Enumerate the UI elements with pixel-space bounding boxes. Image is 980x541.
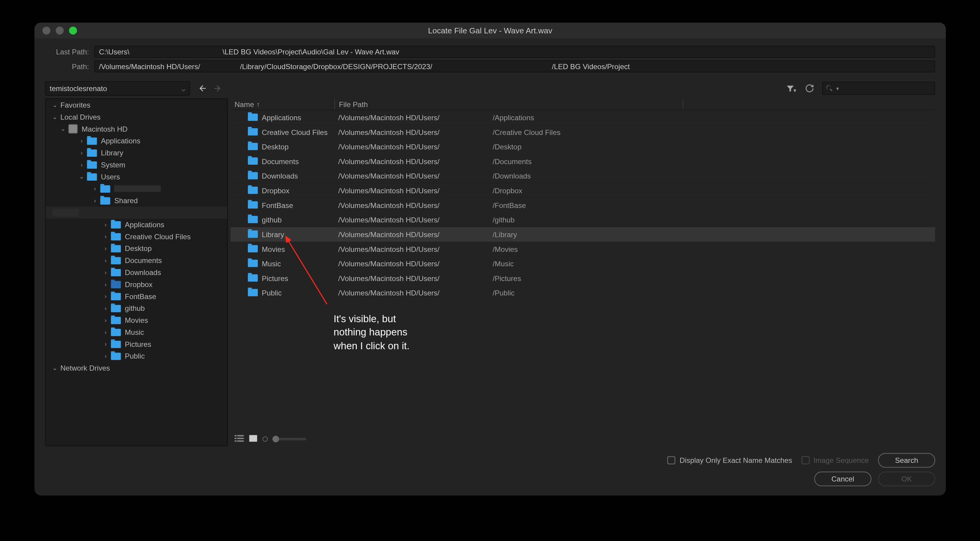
path-b: /Library/CloudStorage/Dropbox/DESIGN/PRO…: [240, 61, 432, 71]
tree-macintosh-hd[interactable]: ⌄Macintosh HD: [46, 123, 227, 135]
window-minimize[interactable]: [56, 27, 64, 35]
list-row-github[interactable]: github/Volumes/Macintosh HD/Users//githu…: [231, 213, 935, 227]
search-input[interactable]: ▾: [822, 82, 935, 95]
list-row-library[interactable]: Library/Volumes/Macintosh HD/Users//Libr…: [231, 227, 935, 242]
window-maximize[interactable]: [69, 27, 77, 35]
list-view-icon[interactable]: [234, 434, 243, 444]
row-path-prefix: /Volumes/Macintosh HD/Users/: [338, 230, 439, 238]
tree-item-dropbox[interactable]: ›Dropbox: [46, 278, 227, 290]
list-row-music[interactable]: Music/Volumes/Macintosh HD/Users//Music: [231, 256, 935, 271]
tree-item-fontbase[interactable]: ›FontBase: [46, 290, 227, 302]
row-name: Desktop: [262, 143, 288, 151]
svg-rect-5: [237, 440, 243, 441]
row-path-suffix: /Library: [492, 230, 517, 238]
folder-icon: [111, 328, 121, 336]
row-path-suffix: /Dropbox: [492, 186, 522, 194]
row-path-prefix: /Volumes/Macintosh HD/Users/: [338, 143, 439, 151]
tree-item-github[interactable]: ›github: [46, 302, 227, 314]
row-path-suffix: /Movies: [492, 245, 518, 253]
folder-icon: [100, 197, 110, 204]
row-name: Documents: [262, 157, 299, 165]
row-path-suffix: /Public: [492, 289, 514, 297]
list-row-pictures[interactable]: Pictures/Volumes/Macintosh HD/Users//Pic…: [231, 271, 935, 286]
folder-icon: [248, 216, 258, 223]
folder-icon: [100, 185, 110, 192]
thumb-view-icon[interactable]: [249, 434, 257, 444]
folder-icon: [248, 260, 258, 267]
row-name: Creative Cloud Files: [262, 128, 328, 136]
tree-item-system[interactable]: ›System: [46, 159, 227, 171]
tree-item-creative-cloud-files[interactable]: ›Creative Cloud Files: [46, 230, 227, 243]
tree-network-drives[interactable]: ⌄Network Drives: [46, 362, 227, 374]
refresh-icon[interactable]: [803, 82, 816, 94]
tree-item-downloads[interactable]: ›Downloads: [46, 266, 227, 278]
list-row-dropbox[interactable]: Dropbox/Volumes/Macintosh HD/Users//Drop…: [231, 183, 935, 198]
annotation-arrow: [280, 231, 334, 311]
last-path-label: Last Path:: [45, 48, 94, 56]
col-path-header[interactable]: File Path: [335, 100, 682, 108]
tree-user-blank[interactable]: ›: [46, 183, 227, 195]
nav-back-button[interactable]: [196, 82, 208, 94]
tree-favorites[interactable]: ⌄Favorites: [46, 99, 227, 111]
tree-item-desktop[interactable]: ›Desktop: [46, 243, 227, 255]
row-path-suffix: /Music: [492, 259, 514, 268]
row-path-suffix: /Pictures: [492, 274, 521, 282]
list-row-desktop[interactable]: Desktop/Volumes/Macintosh HD/Users//Desk…: [231, 140, 935, 154]
col-name-header[interactable]: Name↑: [231, 100, 334, 108]
row-path-suffix: /github: [492, 216, 514, 224]
tree-item-documents[interactable]: ›Documents: [46, 254, 227, 266]
folder-icon: [111, 316, 121, 324]
row-name: Public: [262, 289, 282, 297]
tree-item-applications[interactable]: ›Applications: [46, 219, 227, 230]
search-icon: [826, 84, 834, 92]
tree-shared[interactable]: ›Shared: [46, 195, 227, 207]
folder-icon: [248, 129, 258, 136]
folder-tree[interactable]: ⌄Favorites ⌄Local Drives ⌄Macintosh HD ›…: [45, 98, 228, 446]
tree-item-users[interactable]: ⌄Users: [46, 171, 227, 183]
tree-item-public[interactable]: ›Public: [46, 350, 227, 362]
thumb-size-icon: [262, 436, 268, 442]
path-field[interactable]: /Volumes/Macintosh HD/Users/ /Library/Cl…: [94, 60, 935, 73]
exact-match-checkbox[interactable]: Display Only Exact Name Matches: [667, 456, 792, 464]
tree-item-applications[interactable]: ›Applications: [46, 135, 227, 147]
thumbnail-slider[interactable]: [273, 438, 306, 440]
row-path-suffix: /Documents: [492, 157, 531, 165]
row-path-prefix: /Volumes/Macintosh HD/Users/: [338, 216, 439, 224]
window-title: Locate File Gal Lev - Wave Art.wav: [34, 26, 946, 35]
tree-item-music[interactable]: ›Music: [46, 326, 227, 338]
tree-item-pictures[interactable]: ›Pictures: [46, 338, 227, 350]
row-path-suffix: /Desktop: [492, 143, 521, 151]
tree-local-drives[interactable]: ⌄Local Drives: [46, 111, 227, 123]
folder-icon: [111, 293, 121, 300]
list-row-public[interactable]: Public/Volumes/Macintosh HD/Users//Publi…: [231, 286, 935, 300]
folder-icon: [111, 352, 121, 360]
ok-button: OK: [878, 471, 935, 486]
row-path-prefix: /Volumes/Macintosh HD/Users/: [338, 245, 439, 253]
folder-icon: [248, 230, 258, 238]
location-combo[interactable]: temistoclesrenato ⌵: [45, 81, 190, 96]
tree-redacted: [46, 206, 227, 219]
list-row-fontbase[interactable]: FontBase/Volumes/Macintosh HD/Users//Fon…: [231, 198, 935, 213]
folder-icon: [248, 187, 258, 194]
list-row-downloads[interactable]: Downloads/Volumes/Macintosh HD/Users//Do…: [231, 169, 935, 183]
folder-icon: [248, 289, 258, 296]
path-a: /Volumes/Macintosh HD/Users/: [99, 61, 200, 71]
tree-item-movies[interactable]: ›Movies: [46, 314, 227, 326]
list-row-documents[interactable]: Documents/Volumes/Macintosh HD/Users//Do…: [231, 154, 935, 169]
nav-forward-button[interactable]: [211, 82, 223, 94]
last-path-field[interactable]: C:\Users\ \LED BG Videos\Project\Audio\G…: [94, 46, 935, 58]
annotation-text: It's visible, but nothing happens when I…: [334, 312, 409, 352]
folder-icon: [111, 233, 121, 240]
search-button[interactable]: Search: [878, 453, 935, 468]
row-path-suffix: /Creative Cloud Files: [492, 128, 560, 136]
cancel-button[interactable]: Cancel: [814, 471, 871, 486]
list-row-movies[interactable]: Movies/Volumes/Macintosh HD/Users//Movie…: [231, 242, 935, 256]
tree-item-library[interactable]: ›Library: [46, 147, 227, 159]
folder-icon: [87, 137, 97, 144]
titlebar: Locate File Gal Lev - Wave Art.wav: [34, 22, 946, 38]
window-close[interactable]: [42, 27, 51, 35]
row-name: Music: [262, 259, 281, 268]
list-row-applications[interactable]: Applications/Volumes/Macintosh HD/Users/…: [231, 110, 935, 125]
list-row-creative-cloud-files[interactable]: Creative Cloud Files/Volumes/Macintosh H…: [231, 125, 935, 140]
filter-icon[interactable]: ▾: [785, 82, 797, 94]
